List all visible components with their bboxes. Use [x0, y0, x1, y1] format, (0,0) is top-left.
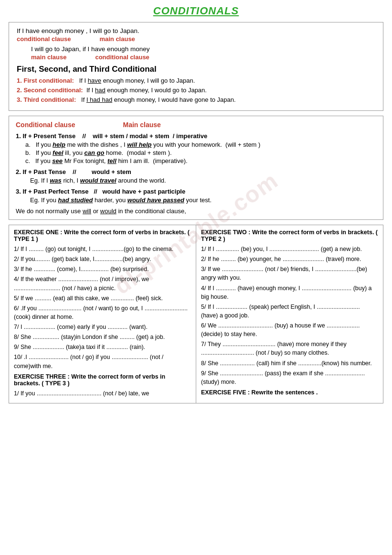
main-clause-label2: main clause: [31, 54, 66, 61]
ex2-item-4: 4/ If I ............ (have) enough money…: [201, 284, 378, 301]
ex3-item-1: 1/ If you ..............................…: [14, 389, 191, 398]
conditional-item-3: 3. Third conditional: If I had had enoug…: [17, 96, 375, 103]
clause-section2-title: 2. If + Past Tense // would + stem: [16, 168, 376, 175]
ex2-item-1: 1/ If I .............. (be) you, I .....…: [201, 245, 378, 253]
clause-header: Conditional clause Main clause: [16, 121, 376, 129]
exercises-row: EXERCISE ONE : Write the correct form of…: [9, 225, 383, 403]
ex2-item-2: 2/ If he ......... (be) younger, he ....…: [201, 255, 378, 263]
conditional-clause-label1: conditional clause: [17, 35, 71, 43]
clause-box: Conditional clause Main clause 1. If + P…: [9, 116, 383, 220]
ex1-item-8: 8/ She ................ (stay)in London …: [14, 333, 191, 341]
ex1-item-1: 1/ If I ......... (go) out tonight, I ..…: [14, 245, 191, 253]
exercise-one-col: EXERCISE ONE : Write the correct form of…: [9, 225, 196, 403]
page-title: CONDITIONALS: [9, 5, 383, 17]
section1-heading: First, Second, and Third Conditional: [17, 65, 375, 74]
exercise-five-title: EXERCISE FIVE : Rewrite the sentences .: [201, 389, 378, 396]
clause-s1-item-b: b. If you feel ill, you can go home. (mo…: [25, 149, 376, 156]
clause-s1-item-c: c. If you see Mr Fox tonight, tell him I…: [25, 157, 376, 164]
ex2-item-8: 8/ She ..................... (call) him …: [201, 359, 378, 368]
clause-section1-list: a. If you help me with the dishes , I wi…: [16, 141, 376, 164]
clause-section-1: 1. If + Present Tense // will + stem / m…: [16, 132, 376, 164]
clause-section3-eg: Eg. If you had studied harder, you would…: [30, 196, 376, 204]
ex2-item-3: 3/ If we ......................... (not …: [201, 265, 378, 282]
ex2-item-7: 7/ They ................................…: [201, 340, 378, 357]
exercise-two-col: EXERCISE TWO : Write the correct form of…: [196, 225, 383, 403]
exercise-two-title: EXERCISE TWO : Write the correct form of…: [201, 229, 378, 242]
ex1-item-10: 10/ .I ........................ (not / g…: [14, 353, 191, 370]
ex1-item-6: 6/ .If you .......................... (n…: [14, 304, 191, 321]
ex2-item-6: 6/ We ................................. …: [201, 321, 378, 338]
clause-section2-eg: Eg. If I was rich, I would travel around…: [30, 177, 376, 184]
main-clause-label1: main clause: [99, 35, 135, 43]
intro-line2: I will go to Japan, if I have enough mon…: [31, 45, 375, 53]
ex1-item-4: 4/ If the weather ......................…: [14, 275, 191, 292]
clause-section-2: 2. If + Past Tense // would + stem Eg. I…: [16, 168, 376, 184]
conditional-item-2: 2. Second conditional: If I had enough m…: [17, 87, 375, 94]
intro-line2-wrapper: I will go to Japan, if I have enough mon…: [31, 45, 375, 61]
conditional-list: 1. First conditional: If I have enough m…: [17, 77, 375, 103]
exercise-one-title: EXERCISE ONE : Write the correct form of…: [14, 229, 191, 242]
ex1-item-9: 9/ She ................... (take)a taxi …: [14, 343, 191, 351]
ex1-item-7: 7/ I ................... (come) early if…: [14, 323, 191, 331]
conditional-clause-label2: conditional clause: [95, 54, 149, 61]
ex1-item-5: 5/ If we .......... (eat) all this cake,…: [14, 294, 191, 303]
intro-label-row1: conditional clause main clause: [17, 35, 375, 43]
clause-note: We do not normally use will or would in …: [16, 207, 376, 215]
clause-s1-item-a: a. If you help me with the dishes , I wi…: [25, 141, 376, 148]
ex2-item-5: 5/ If I ................... (speak) perf…: [201, 303, 378, 320]
intro-label-row2: main clause conditional clause: [31, 54, 375, 61]
clause-header-col2: Main clause: [123, 121, 160, 129]
clause-section3-title: 3. If + Past Perfect Tense // would have…: [16, 188, 376, 195]
clause-section1-title: 1. If + Present Tense // will + stem / m…: [16, 132, 376, 140]
clause-section-3: 3. If + Past Perfect Tense // would have…: [16, 188, 376, 204]
ex2-item-9: 9/ She .......................... (pass)…: [201, 369, 378, 386]
intro-box: If I have enough money , I will go to Ja…: [9, 22, 383, 111]
ex1-item-3: 3/ If he ............. (come), I........…: [14, 265, 191, 273]
ex1-item-2: 2/ If you......... (get) back late, I...…: [14, 255, 191, 263]
intro-line1: If I have enough money , I will go to Ja…: [17, 27, 375, 34]
exercise-three-title: EXERCISE THREE : Write the correct form …: [14, 373, 191, 387]
clause-header-col1: Conditional clause: [16, 121, 75, 129]
conditional-item-1: 1. First conditional: If I have enough m…: [17, 77, 375, 84]
